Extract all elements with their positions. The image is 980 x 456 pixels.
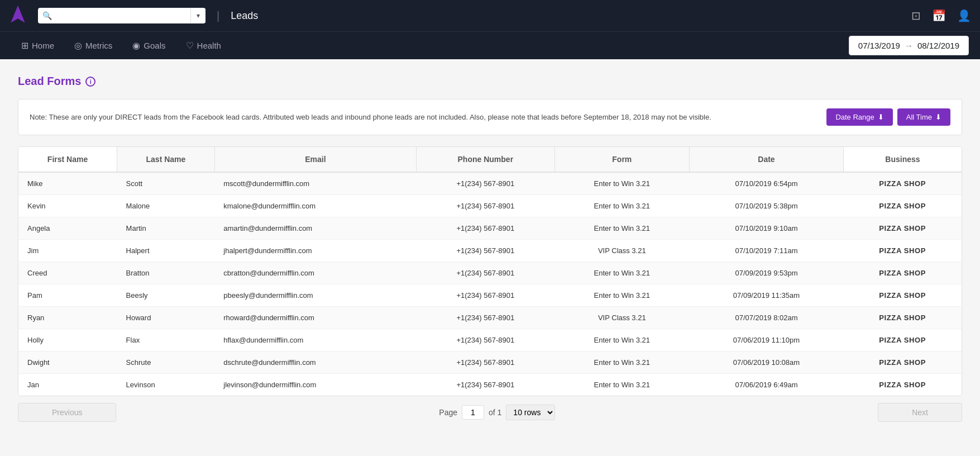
cell-email: kmalone@dundermifflin.com	[214, 195, 416, 217]
all-time-button-label: All Time	[906, 113, 932, 121]
cell-business: PIZZA SHOP	[843, 217, 962, 240]
date-range-download-icon: ⬇	[878, 113, 884, 121]
page-number-input[interactable]	[462, 405, 484, 420]
cell-form: Enter to Win 3.21	[554, 172, 690, 195]
cell-form: VIP Class 3.21	[554, 307, 690, 329]
cell-last-name: Flax	[117, 329, 215, 352]
secondary-nav: ⊞ Home ◎ Metrics ◉ Goals ♡ Health 07/13/…	[0, 31, 980, 59]
cell-form: Enter to Win 3.21	[554, 352, 690, 374]
cell-email: pbeesly@dundermifflin.com	[214, 284, 416, 307]
search-input[interactable]	[56, 8, 190, 23]
nav-home[interactable]: ⊞ Home	[11, 32, 64, 59]
col-header-last-name: Last Name	[117, 147, 215, 172]
cell-first-name: Pam	[18, 284, 117, 307]
table-row: Creed Bratton cbratton@dundermifflin.com…	[18, 262, 962, 284]
section-title-row: Lead Forms i	[18, 75, 962, 88]
cell-phone: +1(234) 567-8901	[417, 217, 554, 240]
cell-last-name: Martin	[117, 217, 215, 240]
cell-phone: +1(234) 567-8901	[417, 284, 554, 307]
cell-email: jlevinson@dundermifflin.com	[214, 374, 416, 396]
cell-business: PIZZA SHOP	[843, 329, 962, 352]
date-range-button[interactable]: Date Range ⬇	[826, 108, 892, 126]
info-icon[interactable]: i	[85, 77, 95, 87]
cell-date: 07/06/2019 6:49am	[690, 374, 844, 396]
date-range-display: 07/13/2019 → 08/12/2019	[849, 36, 969, 55]
cell-form: VIP Class 3.21	[554, 240, 690, 262]
table-row: Mike Scott mscott@dundermifflin.com +1(2…	[18, 172, 962, 195]
all-time-download-icon: ⬇	[935, 113, 941, 121]
nav-health[interactable]: ♡ Health	[176, 32, 231, 59]
search-dropdown-button[interactable]: ▾	[190, 8, 205, 23]
download-buttons: Date Range ⬇ All Time ⬇	[826, 108, 950, 126]
leads-table-container: First Name Last Name Email Phone Number …	[18, 146, 962, 396]
nav-goals[interactable]: ◉ Goals	[122, 32, 175, 59]
cell-email: jhalpert@dundermifflin.com	[214, 240, 416, 262]
all-time-button[interactable]: All Time ⬇	[897, 108, 950, 126]
cell-phone: +1(234) 567-8901	[417, 195, 554, 217]
previous-button[interactable]: Previous	[18, 403, 116, 422]
svg-marker-0	[11, 6, 25, 23]
cell-email: rhoward@dundermifflin.com	[214, 307, 416, 329]
calendar-icon[interactable]: 📅	[932, 9, 946, 22]
user-icon[interactable]: 👤	[957, 9, 971, 22]
table-row: Jim Halpert jhalpert@dundermifflin.com +…	[18, 240, 962, 262]
table-row: Ryan Howard rhoward@dundermifflin.com +1…	[18, 307, 962, 329]
cell-first-name: Mike	[18, 172, 117, 195]
date-start: 07/13/2019	[858, 41, 900, 50]
cell-phone: +1(234) 567-8901	[417, 352, 554, 374]
leads-table: First Name Last Name Email Phone Number …	[18, 147, 962, 396]
nav-health-label: Health	[197, 41, 221, 50]
cell-form: Enter to Win 3.21	[554, 329, 690, 352]
cell-business: PIZZA SHOP	[843, 307, 962, 329]
nav-metrics-label: Metrics	[85, 41, 112, 50]
top-bar-actions: ⊡ 📅 👤	[911, 9, 971, 22]
next-button[interactable]: Next	[878, 403, 962, 422]
col-header-email: Email	[214, 147, 416, 172]
cell-form: Enter to Win 3.21	[554, 195, 690, 217]
table-row: Jan Levinson jlevinson@dundermifflin.com…	[18, 374, 962, 396]
col-header-first-name: First Name	[18, 147, 117, 172]
cell-first-name: Ryan	[18, 307, 117, 329]
pagination: Previous Page of 1 10 rows 25 rows 50 ro…	[18, 396, 962, 422]
cell-business: PIZZA SHOP	[843, 240, 962, 262]
cell-first-name: Jan	[18, 374, 117, 396]
cell-form: Enter to Win 3.21	[554, 262, 690, 284]
nav-home-label: Home	[32, 41, 54, 50]
col-header-form: Form	[554, 147, 690, 172]
page-label: Page	[439, 408, 457, 417]
rows-per-page-select[interactable]: 10 rows 25 rows 50 rows	[506, 405, 555, 420]
nav-metrics[interactable]: ◎ Metrics	[64, 32, 122, 59]
cell-date: 07/09/2019 9:53pm	[690, 262, 844, 284]
cell-first-name: Holly	[18, 329, 117, 352]
cell-last-name: Bratton	[117, 262, 215, 284]
reports-icon[interactable]: ⊡	[911, 9, 921, 22]
cell-business: PIZZA SHOP	[843, 195, 962, 217]
cell-business: PIZZA SHOP	[843, 374, 962, 396]
note-bar: Note: These are only your DIRECT leads f…	[18, 99, 962, 135]
col-header-date: Date	[690, 147, 844, 172]
cell-first-name: Kevin	[18, 195, 117, 217]
metrics-icon: ◎	[74, 40, 82, 51]
cell-date: 07/10/2019 6:54pm	[690, 172, 844, 195]
cell-date: 07/10/2019 5:38pm	[690, 195, 844, 217]
cell-last-name: Schrute	[117, 352, 215, 374]
cell-last-name: Howard	[117, 307, 215, 329]
cell-last-name: Halpert	[117, 240, 215, 262]
search-icon: 🔍	[38, 8, 56, 23]
cell-last-name: Malone	[117, 195, 215, 217]
lead-forms-title: Lead Forms	[18, 75, 81, 88]
cell-first-name: Dwight	[18, 352, 117, 374]
cell-phone: +1(234) 567-8901	[417, 172, 554, 195]
cell-last-name: Levinson	[117, 374, 215, 396]
cell-date: 07/06/2019 11:10pm	[690, 329, 844, 352]
cell-first-name: Creed	[18, 262, 117, 284]
table-row: Kevin Malone kmalone@dundermifflin.com +…	[18, 195, 962, 217]
cell-form: Enter to Win 3.21	[554, 284, 690, 307]
cell-last-name: Scott	[117, 172, 215, 195]
cell-business: PIZZA SHOP	[843, 352, 962, 374]
nav-goals-label: Goals	[144, 41, 165, 50]
search-wrapper: 🔍 ▾	[38, 8, 205, 23]
cell-business: PIZZA SHOP	[843, 262, 962, 284]
cell-date: 07/06/2019 10:08am	[690, 352, 844, 374]
cell-phone: +1(234) 567-8901	[417, 240, 554, 262]
